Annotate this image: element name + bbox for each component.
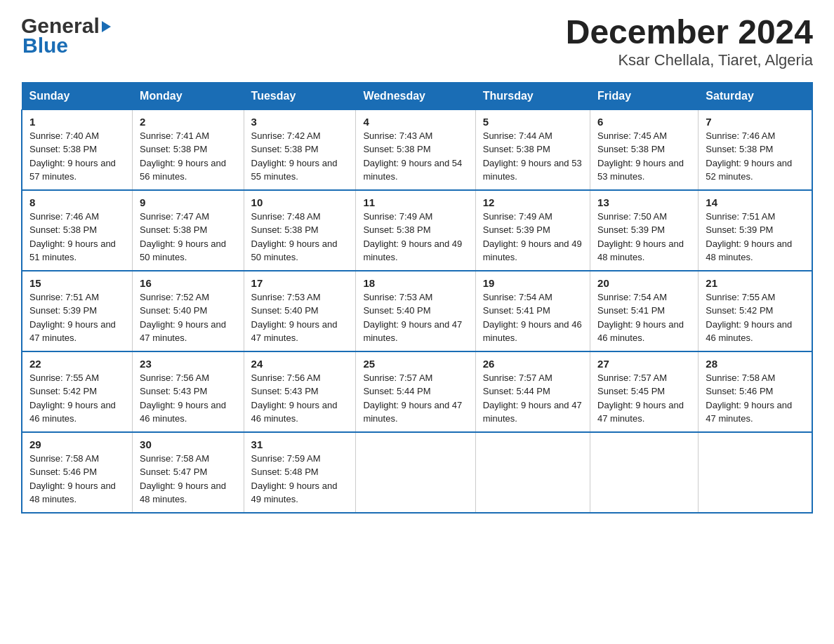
day-info: Sunrise: 7:44 AMSunset: 5:38 PMDaylight:… [483, 129, 583, 184]
day-info: Sunrise: 7:51 AMSunset: 5:39 PMDaylight:… [29, 290, 125, 345]
calendar-cell: 13 Sunrise: 7:50 AMSunset: 5:39 PMDaylig… [590, 190, 699, 271]
calendar-cell: 16 Sunrise: 7:52 AMSunset: 5:40 PMDaylig… [133, 271, 244, 351]
day-info: Sunrise: 7:58 AMSunset: 5:46 PMDaylight:… [29, 452, 125, 507]
day-info: Sunrise: 7:55 AMSunset: 5:42 PMDaylight:… [29, 371, 125, 426]
day-number: 23 [140, 358, 236, 370]
day-number: 3 [251, 116, 349, 128]
calendar-cell [356, 432, 475, 513]
day-number: 21 [706, 277, 805, 289]
day-number: 16 [140, 277, 236, 289]
day-number: 29 [29, 438, 125, 450]
day-number: 14 [706, 196, 805, 208]
calendar-week-4: 22 Sunrise: 7:55 AMSunset: 5:42 PMDaylig… [22, 351, 812, 432]
calendar-cell: 14 Sunrise: 7:51 AMSunset: 5:39 PMDaylig… [699, 190, 812, 271]
calendar-cell [475, 432, 590, 513]
day-number: 7 [706, 116, 805, 128]
day-number: 12 [483, 196, 583, 208]
day-number: 15 [29, 277, 125, 289]
calendar-cell: 3 Sunrise: 7:42 AMSunset: 5:38 PMDayligh… [244, 109, 356, 190]
column-header-friday: Friday [590, 82, 699, 109]
day-number: 8 [29, 196, 125, 208]
day-info: Sunrise: 7:56 AMSunset: 5:43 PMDaylight:… [251, 371, 349, 426]
calendar-week-3: 15 Sunrise: 7:51 AMSunset: 5:39 PMDaylig… [22, 271, 812, 351]
page-title: December 2024 [566, 14, 813, 51]
day-info: Sunrise: 7:58 AMSunset: 5:47 PMDaylight:… [140, 452, 236, 507]
day-info: Sunrise: 7:51 AMSunset: 5:39 PMDaylight:… [706, 210, 805, 264]
calendar-cell: 27 Sunrise: 7:57 AMSunset: 5:45 PMDaylig… [590, 351, 699, 432]
calendar-cell: 31 Sunrise: 7:59 AMSunset: 5:48 PMDaylig… [244, 432, 356, 513]
calendar-cell: 11 Sunrise: 7:49 AMSunset: 5:38 PMDaylig… [356, 190, 475, 271]
calendar-cell [590, 432, 699, 513]
day-info: Sunrise: 7:52 AMSunset: 5:40 PMDaylight:… [140, 290, 236, 345]
day-info: Sunrise: 7:48 AMSunset: 5:38 PMDaylight:… [251, 210, 349, 264]
calendar-cell: 9 Sunrise: 7:47 AMSunset: 5:38 PMDayligh… [133, 190, 244, 271]
calendar-cell: 6 Sunrise: 7:45 AMSunset: 5:38 PMDayligh… [590, 109, 699, 190]
calendar-cell: 29 Sunrise: 7:58 AMSunset: 5:46 PMDaylig… [22, 432, 133, 513]
calendar-cell: 19 Sunrise: 7:54 AMSunset: 5:41 PMDaylig… [475, 271, 590, 351]
calendar-cell: 7 Sunrise: 7:46 AMSunset: 5:38 PMDayligh… [699, 109, 812, 190]
calendar-cell: 20 Sunrise: 7:54 AMSunset: 5:41 PMDaylig… [590, 271, 699, 351]
column-header-wednesday: Wednesday [356, 82, 475, 109]
day-number: 5 [483, 116, 583, 128]
day-info: Sunrise: 7:43 AMSunset: 5:38 PMDaylight:… [363, 129, 468, 184]
day-number: 24 [251, 358, 349, 370]
day-info: Sunrise: 7:53 AMSunset: 5:40 PMDaylight:… [363, 290, 468, 345]
day-info: Sunrise: 7:49 AMSunset: 5:38 PMDaylight:… [363, 210, 468, 264]
column-header-thursday: Thursday [475, 82, 590, 109]
calendar-cell: 1 Sunrise: 7:40 AMSunset: 5:38 PMDayligh… [22, 109, 133, 190]
day-info: Sunrise: 7:47 AMSunset: 5:38 PMDaylight:… [140, 210, 236, 264]
calendar-cell: 15 Sunrise: 7:51 AMSunset: 5:39 PMDaylig… [22, 271, 133, 351]
logo-blue-text: Blue [21, 34, 111, 58]
calendar-cell: 18 Sunrise: 7:53 AMSunset: 5:40 PMDaylig… [356, 271, 475, 351]
calendar-table: SundayMondayTuesdayWednesdayThursdayFrid… [21, 82, 813, 514]
day-info: Sunrise: 7:56 AMSunset: 5:43 PMDaylight:… [140, 371, 236, 426]
day-info: Sunrise: 7:49 AMSunset: 5:39 PMDaylight:… [483, 210, 583, 264]
day-info: Sunrise: 7:55 AMSunset: 5:42 PMDaylight:… [706, 290, 805, 345]
page-header: General Blue December 2024 Ksar Chellala… [21, 14, 813, 69]
day-number: 27 [597, 358, 691, 370]
calendar-cell: 8 Sunrise: 7:46 AMSunset: 5:38 PMDayligh… [22, 190, 133, 271]
column-header-sunday: Sunday [22, 82, 133, 109]
day-info: Sunrise: 7:57 AMSunset: 5:44 PMDaylight:… [363, 371, 468, 426]
logo: General Blue [21, 14, 111, 58]
calendar-cell [699, 432, 812, 513]
title-block: December 2024 Ksar Chellala, Tiaret, Alg… [566, 14, 813, 69]
page-subtitle: Ksar Chellala, Tiaret, Algeria [566, 51, 813, 69]
day-number: 4 [363, 116, 468, 128]
calendar-cell: 4 Sunrise: 7:43 AMSunset: 5:38 PMDayligh… [356, 109, 475, 190]
calendar-cell: 22 Sunrise: 7:55 AMSunset: 5:42 PMDaylig… [22, 351, 133, 432]
day-info: Sunrise: 7:45 AMSunset: 5:38 PMDaylight:… [597, 129, 691, 184]
column-header-monday: Monday [133, 82, 244, 109]
day-number: 18 [363, 277, 468, 289]
calendar-header-row: SundayMondayTuesdayWednesdayThursdayFrid… [22, 82, 812, 109]
day-info: Sunrise: 7:46 AMSunset: 5:38 PMDaylight:… [706, 129, 805, 184]
day-info: Sunrise: 7:54 AMSunset: 5:41 PMDaylight:… [597, 290, 691, 345]
day-number: 10 [251, 196, 349, 208]
day-number: 25 [363, 358, 468, 370]
logo-triangle-icon [102, 21, 111, 32]
day-number: 28 [706, 358, 805, 370]
calendar-cell: 23 Sunrise: 7:56 AMSunset: 5:43 PMDaylig… [133, 351, 244, 432]
day-info: Sunrise: 7:42 AMSunset: 5:38 PMDaylight:… [251, 129, 349, 184]
day-info: Sunrise: 7:46 AMSunset: 5:38 PMDaylight:… [29, 210, 125, 264]
day-info: Sunrise: 7:53 AMSunset: 5:40 PMDaylight:… [251, 290, 349, 345]
calendar-cell: 5 Sunrise: 7:44 AMSunset: 5:38 PMDayligh… [475, 109, 590, 190]
day-info: Sunrise: 7:58 AMSunset: 5:46 PMDaylight:… [706, 371, 805, 426]
day-number: 30 [140, 438, 236, 450]
calendar-week-5: 29 Sunrise: 7:58 AMSunset: 5:46 PMDaylig… [22, 432, 812, 513]
day-number: 6 [597, 116, 691, 128]
calendar-cell: 24 Sunrise: 7:56 AMSunset: 5:43 PMDaylig… [244, 351, 356, 432]
day-info: Sunrise: 7:50 AMSunset: 5:39 PMDaylight:… [597, 210, 691, 264]
column-header-saturday: Saturday [699, 82, 812, 109]
calendar-cell: 2 Sunrise: 7:41 AMSunset: 5:38 PMDayligh… [133, 109, 244, 190]
calendar-cell: 10 Sunrise: 7:48 AMSunset: 5:38 PMDaylig… [244, 190, 356, 271]
day-info: Sunrise: 7:40 AMSunset: 5:38 PMDaylight:… [29, 129, 125, 184]
calendar-cell: 26 Sunrise: 7:57 AMSunset: 5:44 PMDaylig… [475, 351, 590, 432]
day-number: 13 [597, 196, 691, 208]
calendar-week-2: 8 Sunrise: 7:46 AMSunset: 5:38 PMDayligh… [22, 190, 812, 271]
day-number: 17 [251, 277, 349, 289]
calendar-cell: 30 Sunrise: 7:58 AMSunset: 5:47 PMDaylig… [133, 432, 244, 513]
day-info: Sunrise: 7:57 AMSunset: 5:44 PMDaylight:… [483, 371, 583, 426]
calendar-cell: 28 Sunrise: 7:58 AMSunset: 5:46 PMDaylig… [699, 351, 812, 432]
day-number: 1 [29, 116, 125, 128]
